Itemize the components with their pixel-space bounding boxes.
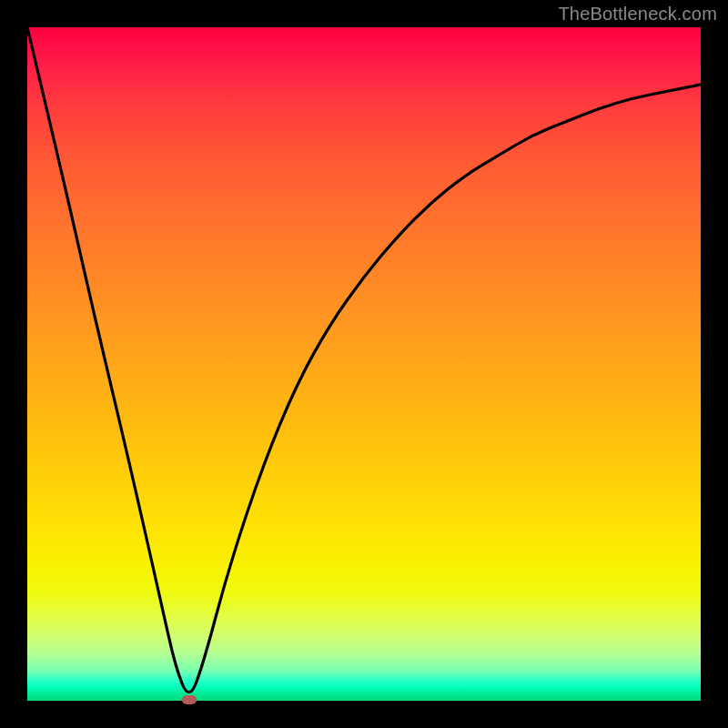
optimum-marker: [182, 695, 197, 704]
chart-frame: TheBottleneck.com: [0, 0, 728, 728]
bottleneck-curve: [27, 27, 701, 701]
curve-path: [27, 27, 701, 693]
watermark-text: TheBottleneck.com: [558, 4, 717, 25]
plot-area: [27, 27, 701, 701]
